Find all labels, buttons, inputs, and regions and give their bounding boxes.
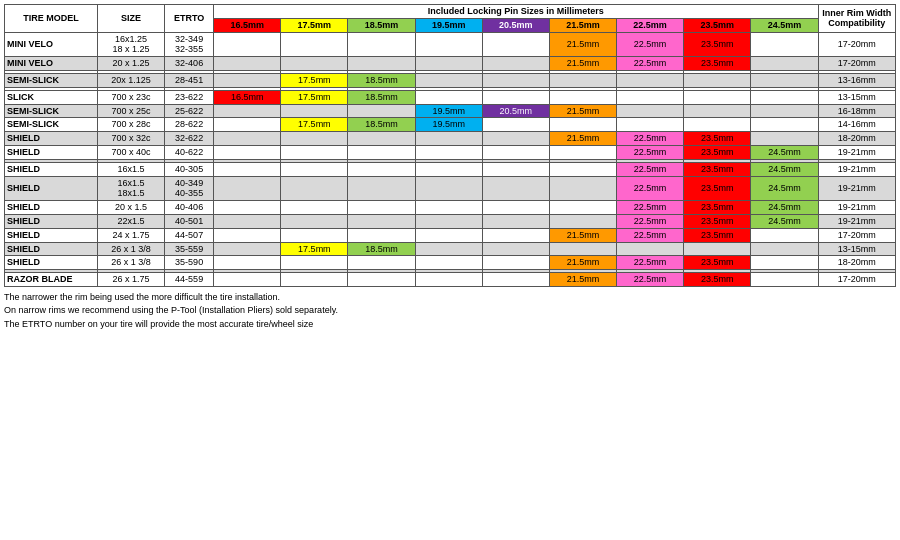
cell-model: SHIELD xyxy=(5,228,98,242)
cell-pin-2 xyxy=(348,145,415,159)
cell-etrto: 28-451 xyxy=(165,73,214,87)
cell-pin-2: 18.5mm xyxy=(348,73,415,87)
cell-size: 700 x 23c xyxy=(97,90,164,104)
cell-pin-4 xyxy=(482,90,549,104)
cell-etrto: 23-622 xyxy=(165,90,214,104)
col-header-pins: Included Locking Pin Sizes in Millimeter… xyxy=(214,5,818,19)
cell-pin-3 xyxy=(415,162,482,176)
cell-pin-0 xyxy=(214,214,281,228)
cell-size: 22x1.5 xyxy=(97,214,164,228)
note-line1: The narrower the rim being used the more… xyxy=(4,291,896,305)
cell-pin-7: 23.5mm xyxy=(684,162,751,176)
cell-pin-7: 23.5mm xyxy=(684,228,751,242)
cell-pin-6: 22.5mm xyxy=(617,32,684,57)
cell-pin-5 xyxy=(549,145,616,159)
cell-pin-0 xyxy=(214,104,281,118)
cell-pin-2 xyxy=(348,104,415,118)
cell-size: 16x1.5 18x1.5 xyxy=(97,176,164,201)
cell-pin-1: 17.5mm xyxy=(281,118,348,132)
cell-size: 20 x 1.25 xyxy=(97,57,164,71)
cell-pin-4 xyxy=(482,118,549,132)
cell-model: SLICK xyxy=(5,90,98,104)
cell-pin-4 xyxy=(482,273,549,287)
cell-size: 26 x 1.75 xyxy=(97,273,164,287)
cell-model: SEMI-SLICK xyxy=(5,118,98,132)
cell-pin-8 xyxy=(751,104,818,118)
cell-pin-1: 17.5mm xyxy=(281,242,348,256)
cell-pin-0 xyxy=(214,162,281,176)
cell-pin-7 xyxy=(684,73,751,87)
cell-etrto: 32-349 32-355 xyxy=(165,32,214,57)
cell-model: SEMI-SLICK xyxy=(5,104,98,118)
cell-pin-8 xyxy=(751,57,818,71)
cell-pin-4 xyxy=(482,32,549,57)
cell-pin-5: 21.5mm xyxy=(549,273,616,287)
cell-size: 700 x 40c xyxy=(97,145,164,159)
cell-compat: 17-20mm xyxy=(818,57,896,71)
cell-pin-8: 24.5mm xyxy=(751,176,818,201)
cell-model: MINI VELO xyxy=(5,57,98,71)
cell-pin-3: 19.5mm xyxy=(415,118,482,132)
cell-pin-8 xyxy=(751,73,818,87)
cell-pin-4 xyxy=(482,132,549,146)
cell-pin-8 xyxy=(751,90,818,104)
cell-pin-8: 24.5mm xyxy=(751,145,818,159)
table-row: SHIELD22x1.540-50122.5mm23.5mm24.5mm19-2… xyxy=(5,214,896,228)
cell-pin-7 xyxy=(684,118,751,132)
cell-pin-6 xyxy=(617,104,684,118)
cell-size: 20x 1.125 xyxy=(97,73,164,87)
table-row: SHIELD26 x 1 3/835-55917.5mm18.5mm13-15m… xyxy=(5,242,896,256)
table-row: RAZOR BLADE26 x 1.7544-55921.5mm22.5mm23… xyxy=(5,273,896,287)
col-header-etrto: ETRTO xyxy=(165,5,214,33)
cell-pin-4 xyxy=(482,228,549,242)
cell-pin-3 xyxy=(415,201,482,215)
table-row: SEMI-SLICK20x 1.12528-45117.5mm18.5mm13-… xyxy=(5,73,896,87)
pin-size-header-20.5mm: 20.5mm xyxy=(482,18,549,32)
cell-pin-5: 21.5mm xyxy=(549,132,616,146)
cell-etrto: 40-622 xyxy=(165,145,214,159)
cell-pin-5 xyxy=(549,162,616,176)
header-row: TIRE MODEL SIZE ETRTO Included Locking P… xyxy=(5,5,896,19)
cell-pin-8 xyxy=(751,256,818,270)
cell-compat: 17-20mm xyxy=(818,228,896,242)
cell-etrto: 32-622 xyxy=(165,132,214,146)
cell-pin-5 xyxy=(549,118,616,132)
cell-compat: 17-20mm xyxy=(818,32,896,57)
cell-pin-3 xyxy=(415,90,482,104)
cell-pin-2 xyxy=(348,214,415,228)
cell-compat: 19-21mm xyxy=(818,201,896,215)
cell-pin-3 xyxy=(415,228,482,242)
cell-compat: 19-21mm xyxy=(818,176,896,201)
cell-pin-0 xyxy=(214,57,281,71)
cell-pin-8 xyxy=(751,118,818,132)
cell-pin-7 xyxy=(684,104,751,118)
cell-pin-1 xyxy=(281,214,348,228)
cell-size: 26 x 1 3/8 xyxy=(97,242,164,256)
cell-pin-5 xyxy=(549,90,616,104)
cell-pin-4 xyxy=(482,201,549,215)
cell-pin-3 xyxy=(415,73,482,87)
cell-compat: 19-21mm xyxy=(818,145,896,159)
cell-size: 24 x 1.75 xyxy=(97,228,164,242)
table-row: MINI VELO20 x 1.2532-40621.5mm22.5mm23.5… xyxy=(5,57,896,71)
table-row: SEMI-SLICK700 x 28c28-62217.5mm18.5mm19.… xyxy=(5,118,896,132)
cell-pin-2 xyxy=(348,32,415,57)
table-row: MINI VELO16x1.25 18 x 1.2532-349 32-3552… xyxy=(5,32,896,57)
cell-pin-6: 22.5mm xyxy=(617,201,684,215)
cell-model: SHIELD xyxy=(5,176,98,201)
cell-pin-4 xyxy=(482,242,549,256)
cell-etrto: 40-305 xyxy=(165,162,214,176)
cell-pin-2 xyxy=(348,201,415,215)
cell-pin-0 xyxy=(214,118,281,132)
cell-pin-1 xyxy=(281,162,348,176)
cell-pin-5 xyxy=(549,176,616,201)
cell-pin-1 xyxy=(281,273,348,287)
cell-pin-2: 18.5mm xyxy=(348,90,415,104)
cell-pin-0 xyxy=(214,201,281,215)
cell-pin-8 xyxy=(751,32,818,57)
cell-pin-7: 23.5mm xyxy=(684,145,751,159)
cell-pin-7 xyxy=(684,242,751,256)
cell-model: SHIELD xyxy=(5,214,98,228)
cell-model: SHIELD xyxy=(5,132,98,146)
cell-pin-2 xyxy=(348,176,415,201)
